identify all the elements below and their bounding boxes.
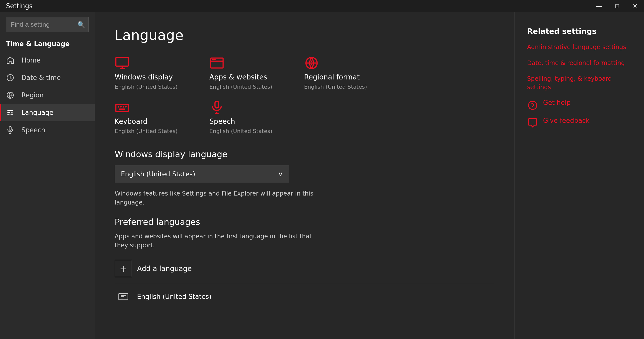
spelling-typing-link[interactable]: Spelling, typing, & keyboard settings bbox=[527, 75, 632, 91]
titlebar: Settings — □ ✕ bbox=[0, 0, 644, 12]
app-title: Settings bbox=[6, 2, 33, 10]
svg-rect-15 bbox=[116, 104, 128, 112]
sidebar-item-date-time-label: Date & time bbox=[22, 74, 61, 81]
svg-rect-5 bbox=[116, 57, 128, 66]
maximize-button[interactable]: □ bbox=[608, 0, 626, 12]
get-help-label: Get help bbox=[543, 99, 571, 106]
chevron-down-icon: ∨ bbox=[278, 170, 283, 178]
regional-icon bbox=[304, 55, 319, 70]
close-button[interactable]: ✕ bbox=[626, 0, 644, 12]
svg-rect-21 bbox=[215, 101, 219, 108]
sidebar-item-language[interactable]: Language bbox=[0, 104, 95, 121]
search-box: 🔍 bbox=[6, 17, 89, 32]
keyboard-icon bbox=[115, 100, 130, 115]
sidebar-item-speech-label: Speech bbox=[22, 126, 45, 134]
regional-format-sublabel: English (United States) bbox=[304, 84, 379, 90]
language-dropdown-value: English (United States) bbox=[121, 170, 196, 178]
give-feedback-item[interactable]: Give feedback bbox=[527, 117, 632, 129]
window-controls: — □ ✕ bbox=[590, 0, 644, 12]
windows-display-language-heading: Windows display language bbox=[115, 149, 494, 159]
sidebar-item-speech[interactable]: Speech bbox=[0, 121, 95, 139]
windows-display-language-desc: Windows features like Settings and File … bbox=[115, 189, 314, 207]
language-icon bbox=[6, 108, 16, 117]
keyboard-sublabel: English (United States) bbox=[115, 128, 190, 134]
preferred-languages-desc: Apps and websites will appear in the fir… bbox=[115, 232, 314, 250]
related-settings-title: Related settings bbox=[527, 27, 632, 36]
main-content: Language Windows display English (United… bbox=[95, 12, 514, 339]
sidebar: 🔍 Time & Language Home Date & time bbox=[0, 12, 95, 339]
sidebar-item-home-label: Home bbox=[22, 56, 40, 64]
speech-sublabel: English (United States) bbox=[209, 128, 284, 134]
add-language-label: Add a language bbox=[137, 265, 192, 273]
icons-grid: Windows display English (United States) … bbox=[115, 55, 494, 134]
date-time-regional-link[interactable]: Date, time & regional formatting bbox=[527, 59, 632, 67]
sidebar-section-title: Time & Language bbox=[0, 38, 95, 51]
speech-label: Speech bbox=[209, 117, 284, 126]
sidebar-item-language-label: Language bbox=[22, 109, 53, 116]
app-container: 🔍 Time & Language Home Date & time bbox=[0, 12, 644, 339]
keyboard-label: Keyboard bbox=[115, 117, 190, 126]
sidebar-item-region[interactable]: Region bbox=[0, 86, 95, 104]
clock-icon bbox=[6, 73, 16, 82]
sidebar-item-date-time[interactable]: Date & time bbox=[0, 69, 95, 86]
add-icon: + bbox=[115, 260, 132, 277]
speech-item[interactable]: Speech English (United States) bbox=[209, 100, 284, 134]
monitor-icon bbox=[115, 55, 130, 70]
get-help-item[interactable]: Get help bbox=[527, 99, 632, 111]
language-dropdown-wrapper: English (United States) ∨ bbox=[115, 165, 289, 183]
browser-icon bbox=[209, 55, 224, 70]
speech-icon bbox=[209, 100, 224, 115]
admin-language-link[interactable]: Administrative language settings bbox=[527, 43, 632, 51]
language-dropdown[interactable]: English (United States) ∨ bbox=[115, 165, 289, 183]
windows-display-sublabel: English (United States) bbox=[115, 84, 190, 90]
home-icon bbox=[6, 56, 16, 64]
search-input[interactable] bbox=[6, 17, 89, 32]
regional-format-label: Regional format bbox=[304, 73, 379, 81]
add-language-button[interactable]: + Add a language bbox=[115, 257, 494, 280]
get-help-icon bbox=[527, 100, 538, 111]
lang-row-label: English (United States) bbox=[137, 293, 212, 300]
windows-display-label: Windows display bbox=[115, 73, 190, 81]
page-title: Language bbox=[115, 27, 494, 43]
lang-row-icon bbox=[115, 288, 132, 305]
apps-websites-label: Apps & websites bbox=[209, 73, 284, 81]
regional-format-item[interactable]: Regional format English (United States) bbox=[304, 55, 379, 90]
globe-icon bbox=[6, 91, 16, 99]
search-icon: 🔍 bbox=[77, 21, 85, 28]
apps-websites-sublabel: English (United States) bbox=[209, 84, 284, 90]
preferred-languages-heading: Preferred languages bbox=[115, 217, 494, 227]
minimize-button[interactable]: — bbox=[590, 0, 608, 12]
give-feedback-label: Give feedback bbox=[543, 117, 590, 124]
language-row[interactable]: English (United States) bbox=[115, 284, 494, 309]
sidebar-item-home[interactable]: Home bbox=[0, 51, 95, 69]
windows-display-item[interactable]: Windows display English (United States) bbox=[115, 55, 190, 90]
give-feedback-icon bbox=[527, 118, 538, 129]
apps-websites-item[interactable]: Apps & websites English (United States) bbox=[209, 55, 284, 90]
svg-rect-4 bbox=[9, 127, 12, 130]
keyboard-item[interactable]: Keyboard English (United States) bbox=[115, 100, 190, 134]
right-panel: Related settings Administrative language… bbox=[514, 12, 644, 339]
sidebar-item-region-label: Region bbox=[22, 91, 44, 99]
mic-icon bbox=[6, 126, 16, 134]
